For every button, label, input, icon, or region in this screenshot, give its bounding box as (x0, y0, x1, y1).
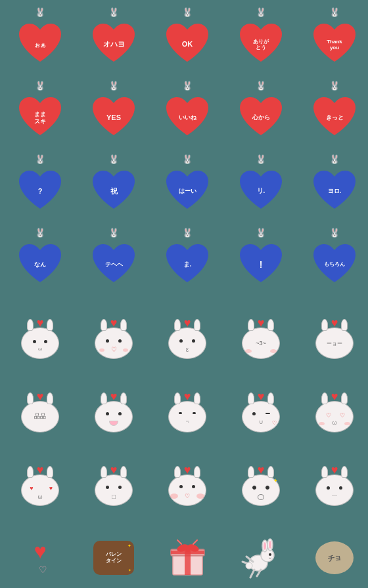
svg-line-7 (177, 540, 181, 544)
sticker-r1c1[interactable]: 🐰 ぉぁ (3, 7, 77, 80)
sticker-r6c5[interactable]: ♥ ♡ ♡ ω (298, 374, 368, 448)
sticker-r7c1[interactable]: ♥ ♥ ♥ ω (3, 448, 77, 521)
svg-point-14 (269, 541, 271, 549)
svg-line-8 (193, 540, 197, 544)
sticker-r6c4[interactable]: ♥ ∪ ♡ (224, 374, 298, 448)
sticker-r5c3[interactable]: ♥ ε (150, 301, 224, 374)
sticker-r6c1[interactable]: ♥ 品品 (3, 374, 77, 448)
sticker-r5c4[interactable]: ♥ ~3~ (224, 301, 298, 374)
svg-line-17 (250, 570, 254, 578)
sticker-r1c5[interactable]: 🐰 Thankyou (298, 7, 368, 80)
sticker-r4c1[interactable]: 🐰 なん (3, 227, 77, 301)
sticker-r2c5[interactable]: 🐰 きっと (298, 80, 368, 154)
sticker-r4c4[interactable]: 🐰 ! (224, 227, 298, 301)
sticker-r3c1[interactable]: 🐰 ? (3, 154, 77, 227)
svg-point-6 (185, 547, 191, 552)
sticker-r8c1[interactable]: ♥ ♡ (3, 521, 77, 588)
sticker-r2c2[interactable]: 🐰 YES (77, 80, 150, 154)
sticker-r3c5[interactable]: 🐰 ヨロ. (298, 154, 368, 227)
sticker-r4c2[interactable]: 🐰 テヘヘ (77, 227, 150, 301)
sticker-r7c4[interactable]: ♥ ✦ (224, 448, 298, 521)
sticker-r4c3[interactable]: 🐰 ま. (150, 227, 224, 301)
sticker-r8c5[interactable]: チョ (298, 521, 368, 588)
sticker-r1c2[interactable]: 🐰 オハヨ (77, 7, 150, 80)
sticker-r2c3[interactable]: 🐰 いいね (150, 80, 224, 154)
sticker-r6c3[interactable]: ♥ ﹃ (150, 374, 224, 448)
sticker-r2c4[interactable]: 🐰 心から (224, 80, 298, 154)
sticker-grid: 🐰 ぉぁ 🐰 オハヨ 🐰 OK (0, 0, 368, 588)
sticker-r1c4[interactable]: 🐰 ありがとう (224, 7, 298, 80)
emoji-sticker-pack: 🐰 ぉぁ 🐰 オハヨ 🐰 OK (0, 0, 368, 588)
sticker-r4c5[interactable]: 🐰 もちろん (298, 227, 368, 301)
svg-point-15 (269, 553, 271, 556)
sticker-r5c1[interactable]: ♥ ω (3, 301, 77, 374)
svg-point-12 (264, 542, 266, 550)
sticker-r7c3[interactable]: ♥ ♡ (150, 448, 224, 521)
svg-point-20 (246, 562, 252, 569)
sticker-r8c3[interactable] (150, 521, 224, 588)
sticker-r8c2[interactable]: バレンタイン ✦ ✦ (77, 521, 150, 588)
sticker-r3c4[interactable]: 🐰 リ. (224, 154, 298, 227)
sticker-r5c2[interactable]: ♥ ♡ (77, 301, 150, 374)
sticker-r7c5[interactable]: ♥ — (298, 448, 368, 521)
sticker-r2c1[interactable]: 🐰 ままスキ (3, 80, 77, 154)
sticker-r3c2[interactable]: 🐰 祝 (77, 154, 150, 227)
sticker-r8c4[interactable] (224, 521, 298, 588)
sticker-r1c3[interactable]: 🐰 OK (150, 7, 224, 80)
sticker-r5c5[interactable]: ♥ ーョー (298, 301, 368, 374)
sticker-r7c2[interactable]: ♥ □ (77, 448, 150, 521)
sticker-r3c3[interactable]: 🐰 はーい (150, 154, 224, 227)
sticker-r6c2[interactable]: ♥ (77, 374, 150, 448)
